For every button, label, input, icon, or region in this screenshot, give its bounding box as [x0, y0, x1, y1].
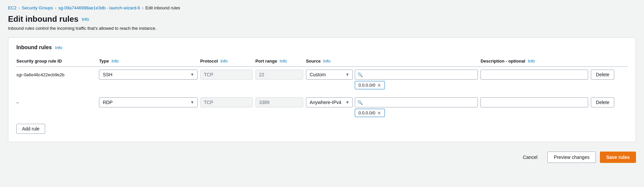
- source-dropdown-wrapper-2: Custom Anywhere-IPv4 Anywhere-IPv6 My IP…: [306, 97, 353, 107]
- source-tag-2: 0.0.0.0/0 ✕: [355, 109, 385, 117]
- source-search-input-2[interactable]: [355, 97, 478, 107]
- protocol-2: [200, 97, 253, 107]
- header-protocol: Protocol: [200, 59, 218, 64]
- delete-button-1[interactable]: Delete: [591, 70, 614, 80]
- description-input-1[interactable]: [480, 70, 588, 80]
- rules-table: Security group rule ID Type Info Protoco…: [16, 56, 628, 118]
- header-rule-id: Security group rule ID: [16, 59, 62, 64]
- source-search-wrapper-1: 🔍: [355, 70, 478, 80]
- page-description: Inbound rules control the incoming traff…: [8, 26, 636, 31]
- delete-button-2[interactable]: Delete: [591, 97, 614, 107]
- type-select-2[interactable]: SSH Custom TCP Custom UDP All traffic HT…: [99, 97, 197, 107]
- port-1: [255, 70, 303, 80]
- page-info-link[interactable]: Info: [82, 17, 89, 22]
- header-source-info[interactable]: Info: [323, 59, 331, 64]
- breadcrumb-security-groups[interactable]: Security Groups: [22, 5, 53, 10]
- preview-changes-button[interactable]: Preview changes: [547, 152, 596, 163]
- card-info-link[interactable]: Info: [55, 45, 63, 50]
- breadcrumb-sg-id[interactable]: sg-09a7446998ae1e3db - launch-wizard-6: [59, 5, 140, 10]
- type-select-wrapper-2: SSH Custom TCP Custom UDP All traffic HT…: [99, 97, 197, 107]
- source-tag-close-1[interactable]: ✕: [377, 83, 381, 88]
- breadcrumb-current: Edit inbound rules: [145, 5, 180, 10]
- source-tag-close-2[interactable]: ✕: [377, 111, 381, 115]
- source-search-input-1[interactable]: [355, 70, 478, 80]
- source-type-select-1[interactable]: Custom Anywhere-IPv4 Anywhere-IPv6 My IP: [306, 70, 353, 80]
- add-rule-button[interactable]: Add rule: [16, 124, 45, 134]
- table-row: – SSH Custom TCP Custom UDP All traffic …: [16, 95, 628, 118]
- header-protocol-info[interactable]: Info: [220, 59, 228, 64]
- header-type: Type: [99, 59, 109, 64]
- description-input-2[interactable]: [480, 97, 588, 107]
- header-type-info[interactable]: Info: [111, 59, 119, 64]
- header-description-info[interactable]: Info: [528, 59, 535, 64]
- rule-id-2: –: [16, 97, 96, 105]
- breadcrumb-sep-3: ›: [142, 6, 143, 10]
- type-select-1[interactable]: SSH Custom TCP Custom UDP All traffic HT…: [99, 70, 197, 80]
- source-tag-value-1: 0.0.0.0/0: [358, 83, 375, 88]
- rule-id-1: sgr-0a6e48c422ecb9e2b: [16, 70, 96, 77]
- cancel-button[interactable]: Cancel: [517, 152, 544, 163]
- footer-actions: Cancel Preview changes Save rules: [8, 148, 636, 164]
- header-port-range: Port range: [255, 59, 277, 64]
- source-type-select-2[interactable]: Custom Anywhere-IPv4 Anywhere-IPv6 My IP: [306, 97, 353, 107]
- source-dropdown-wrapper-1: Custom Anywhere-IPv4 Anywhere-IPv6 My IP…: [306, 70, 353, 80]
- source-tag-1: 0.0.0.0/0 ✕: [355, 81, 385, 89]
- source-tag-value-2: 0.0.0.0/0: [358, 110, 375, 115]
- page-title: Edit inbound rules: [8, 14, 79, 24]
- protocol-1: [200, 70, 253, 80]
- source-container-1: Custom Anywhere-IPv4 Anywhere-IPv6 My IP…: [306, 70, 478, 89]
- breadcrumb-sep-2: ›: [55, 6, 57, 10]
- header-port-info[interactable]: Info: [280, 59, 287, 64]
- header-source: Source: [306, 59, 321, 64]
- source-search-wrapper-2: 🔍: [355, 97, 478, 107]
- type-select-wrapper-1: SSH Custom TCP Custom UDP All traffic HT…: [99, 70, 197, 80]
- card-title: Inbound rules: [16, 44, 52, 51]
- inbound-rules-card: Inbound rules Info Security group rule I…: [8, 37, 636, 142]
- breadcrumb: EC2 › Security Groups › sg-09a7446998ae1…: [8, 5, 636, 10]
- table-row: sgr-0a6e48c422ecb9e2b SSH Custom TCP Cus…: [16, 67, 628, 91]
- breadcrumb-ec2[interactable]: EC2: [8, 5, 16, 10]
- breadcrumb-sep-1: ›: [18, 6, 20, 10]
- row-spacer-1: [16, 91, 628, 95]
- port-2: [255, 97, 303, 107]
- source-container-2: Custom Anywhere-IPv4 Anywhere-IPv6 My IP…: [306, 97, 478, 117]
- save-rules-button[interactable]: Save rules: [600, 152, 636, 163]
- header-description: Description - optional: [480, 59, 525, 64]
